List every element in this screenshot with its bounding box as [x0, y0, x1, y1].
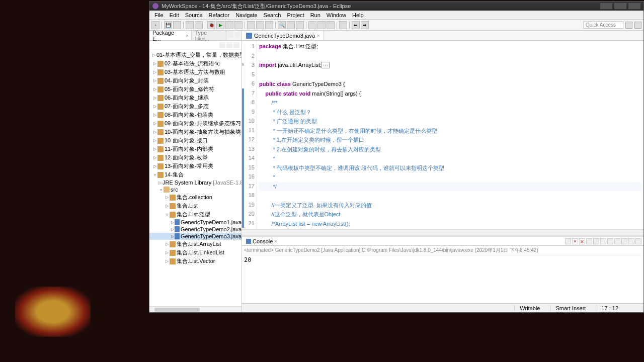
- java-file-icon: [246, 33, 252, 39]
- back-icon[interactable]: ⬅: [352, 21, 360, 29]
- new-class-icon[interactable]: [256, 21, 264, 29]
- word-wrap-icon[interactable]: [600, 238, 606, 244]
- minimize-view-icon[interactable]: [227, 32, 233, 38]
- quick-access-input[interactable]: Quick Access: [583, 21, 623, 29]
- menu-navigate[interactable]: Navigate: [232, 12, 260, 18]
- open-type-icon[interactable]: [265, 21, 273, 29]
- maximize-button[interactable]: [614, 3, 626, 9]
- perspective-open-icon[interactable]: [634, 22, 641, 29]
- minimize-icon[interactable]: [628, 238, 634, 244]
- tree-item[interactable]: 10-面向对象-抽象方法与抽象类: [165, 128, 241, 136]
- tree-item[interactable]: 02-基本语法_流程语句: [165, 60, 220, 67]
- tab-label: Package E...: [152, 31, 184, 42]
- package-explorer: Package E... × Type Hier... ▷01-基本语法_变量，…: [149, 31, 242, 312]
- minimize-button[interactable]: [600, 3, 612, 9]
- debug-icon[interactable]: 🐞: [207, 21, 215, 29]
- tree-item[interactable]: JRE System Library [JavaSE-1.8]: [163, 179, 242, 186]
- tree-item[interactable]: 集合.List.Vector: [177, 257, 215, 265]
- run-icon[interactable]: ▶: [216, 21, 224, 29]
- menu-file[interactable]: File: [151, 12, 167, 18]
- skip-icon[interactable]: [195, 21, 203, 29]
- sidebar-hscroll[interactable]: [149, 306, 242, 312]
- menu-window[interactable]: Window: [324, 12, 349, 18]
- code-editor[interactable]: 1 2 ⊕3 5 6 ⊖7 8 9 10 11 12 13 14 15 16 1…: [242, 41, 643, 229]
- tree-item[interactable]: 集合.List.ArrayList: [177, 240, 221, 248]
- collapse-all-icon[interactable]: [219, 42, 225, 48]
- tree-item[interactable]: 集合.List: [177, 202, 198, 210]
- tree-item[interactable]: 07-面向对象_多态: [165, 103, 209, 110]
- close-icon[interactable]: ×: [274, 239, 277, 244]
- tab-label: GenericTypeDemo3.java: [254, 33, 315, 39]
- search-icon[interactable]: 🔍: [278, 21, 286, 29]
- ext-tools-icon[interactable]: [234, 21, 243, 29]
- tree-file[interactable]: GenericTypeDemo1.java: [181, 219, 242, 225]
- tree-item[interactable]: 集合.List.LinkedList: [177, 249, 224, 256]
- new-icon[interactable]: ▫: [151, 21, 159, 29]
- maximize-view-icon[interactable]: [234, 32, 240, 38]
- forward-icon[interactable]: ➡: [361, 21, 369, 29]
- menu-help[interactable]: Help: [349, 12, 367, 18]
- tree-item[interactable]: 04-面向对象_封装: [165, 77, 209, 84]
- tree-item[interactable]: 集合.List.泛型: [177, 211, 210, 218]
- pin-console-icon[interactable]: [607, 238, 613, 244]
- menu-search[interactable]: Search: [261, 12, 284, 18]
- tree-item[interactable]: 08-面向对象-包装类: [165, 111, 213, 119]
- open-console-icon[interactable]: [621, 238, 627, 244]
- project-tree[interactable]: ▷01-基本语法_变量，常量，数据类型，运算 ▷02-基本语法_流程语句 ▷03…: [149, 50, 242, 306]
- prev-annotation-icon[interactable]: [327, 21, 335, 29]
- code-content[interactable]: package 集合.List.泛型; import java.util.Arr…: [257, 41, 643, 229]
- display-console-icon[interactable]: [614, 238, 620, 244]
- tree-item[interactable]: src: [171, 187, 178, 193]
- tree-item[interactable]: 06-面向对象_继承: [165, 94, 209, 102]
- next-annotation-icon[interactable]: [317, 21, 326, 29]
- tree-item[interactable]: 03-基本语法_方法与数组: [165, 68, 225, 76]
- menu-run[interactable]: Run: [307, 12, 324, 18]
- tree-item[interactable]: 01-基本语法_变量，常量，数据类型，运算: [156, 51, 242, 59]
- scroll-lock-icon[interactable]: [593, 238, 599, 244]
- link-editor-icon[interactable]: [226, 42, 232, 48]
- tab-console[interactable]: Console ×: [244, 238, 279, 244]
- tree-item[interactable]: 11-面向对象-内部类: [165, 145, 213, 153]
- tree-item[interactable]: 集合.collection: [177, 194, 212, 201]
- close-icon[interactable]: ×: [186, 33, 188, 38]
- toggle-mark-icon[interactable]: [287, 21, 295, 29]
- prev-edit-icon[interactable]: [308, 21, 316, 29]
- tree-item[interactable]: 10-面向对象-接口: [165, 137, 208, 144]
- perspective-java-icon[interactable]: [625, 22, 632, 29]
- tree-file-current[interactable]: GenericTypeDemo3.java: [181, 233, 242, 239]
- clear-console-icon[interactable]: [586, 238, 592, 244]
- maximize-icon[interactable]: [635, 238, 641, 244]
- tree-item[interactable]: 13-面向对象-常用类: [165, 162, 213, 170]
- view-menu-icon[interactable]: [233, 42, 239, 48]
- tree-item[interactable]: 14-集合: [165, 171, 184, 178]
- save-icon[interactable]: 💾: [164, 21, 172, 29]
- coverage-icon[interactable]: [225, 21, 233, 29]
- pin-icon[interactable]: [339, 21, 347, 29]
- tab-type-hierarchy[interactable]: Type Hier...: [192, 31, 226, 40]
- editor-tab[interactable]: GenericTypeDemo3.java ×: [242, 31, 324, 40]
- eclipse-window: MyWorkSpace - 14-集合/src/集合/List/泛型/Gener…: [149, 1, 644, 313]
- close-button[interactable]: [628, 3, 640, 9]
- new-package-icon[interactable]: [247, 21, 255, 29]
- fold-icon[interactable]: ⊕: [242, 60, 245, 70]
- save-all-icon[interactable]: [173, 21, 181, 29]
- fold-icon[interactable]: ⊖: [242, 88, 245, 98]
- status-insert-mode: Smart Insert: [550, 305, 586, 311]
- build-icon[interactable]: [186, 21, 194, 29]
- close-icon[interactable]: ×: [317, 33, 319, 38]
- editor-hscroll[interactable]: [242, 229, 643, 235]
- tab-package-explorer[interactable]: Package E... ×: [149, 31, 192, 40]
- console-output[interactable]: 20: [242, 255, 643, 303]
- tree-item[interactable]: 12-面向对象-枚举: [165, 154, 208, 161]
- annotation-icon[interactable]: [296, 21, 304, 29]
- remove-launch-icon[interactable]: ×: [572, 238, 578, 244]
- tree-item[interactable]: 09-面向对象-封装继承多态练习: [165, 120, 241, 127]
- menu-refactor[interactable]: Refactor: [206, 12, 233, 18]
- tree-file[interactable]: GenericTypeDemo2.java: [181, 226, 242, 232]
- menu-edit[interactable]: Edit: [167, 12, 182, 18]
- menu-source[interactable]: Source: [182, 12, 206, 18]
- terminate-icon[interactable]: [565, 238, 571, 244]
- remove-all-icon[interactable]: ⨯: [579, 238, 585, 244]
- tree-item[interactable]: 05-面向对象_修饰符: [165, 85, 214, 93]
- menu-project[interactable]: Project: [284, 12, 307, 18]
